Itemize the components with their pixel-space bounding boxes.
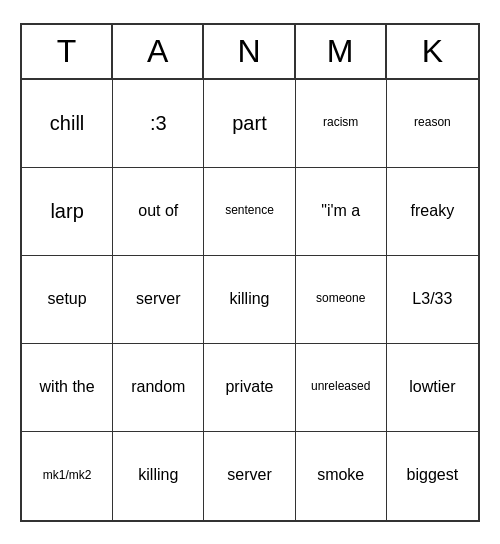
bingo-cell-r2-c4: L3/33 (387, 256, 478, 344)
bingo-cell-r3-c3: unreleased (296, 344, 387, 432)
bingo-cell-r2-c3: someone (296, 256, 387, 344)
header-cell-t: T (22, 25, 113, 78)
header-cell-n: N (204, 25, 295, 78)
bingo-board: TANMK chill:3partracismreasonlarpout ofs… (20, 23, 480, 522)
bingo-cell-r4-c1: killing (113, 432, 204, 520)
bingo-cell-r1-c0: larp (22, 168, 113, 256)
bingo-cell-r0-c3: racism (296, 80, 387, 168)
header-cell-k: K (387, 25, 478, 78)
bingo-cell-r4-c4: biggest (387, 432, 478, 520)
bingo-cell-r1-c1: out of (113, 168, 204, 256)
bingo-cell-r1-c2: sentence (204, 168, 295, 256)
bingo-cell-r1-c3: "i'm a (296, 168, 387, 256)
bingo-cell-r3-c0: with the (22, 344, 113, 432)
bingo-cell-r2-c0: setup (22, 256, 113, 344)
bingo-cell-r0-c4: reason (387, 80, 478, 168)
header-cell-a: A (113, 25, 204, 78)
bingo-cell-r1-c4: freaky (387, 168, 478, 256)
bingo-cell-r4-c0: mk1/mk2 (22, 432, 113, 520)
bingo-cell-r2-c2: killing (204, 256, 295, 344)
bingo-cell-r0-c1: :3 (113, 80, 204, 168)
bingo-cell-r3-c4: lowtier (387, 344, 478, 432)
bingo-cell-r2-c1: server (113, 256, 204, 344)
bingo-cell-r3-c1: random (113, 344, 204, 432)
bingo-cell-r0-c0: chill (22, 80, 113, 168)
header-cell-m: M (296, 25, 387, 78)
bingo-cell-r4-c2: server (204, 432, 295, 520)
bingo-cell-r0-c2: part (204, 80, 295, 168)
bingo-cell-r4-c3: smoke (296, 432, 387, 520)
bingo-cell-r3-c2: private (204, 344, 295, 432)
bingo-grid: chill:3partracismreasonlarpout ofsentenc… (22, 80, 478, 520)
bingo-header: TANMK (22, 25, 478, 80)
